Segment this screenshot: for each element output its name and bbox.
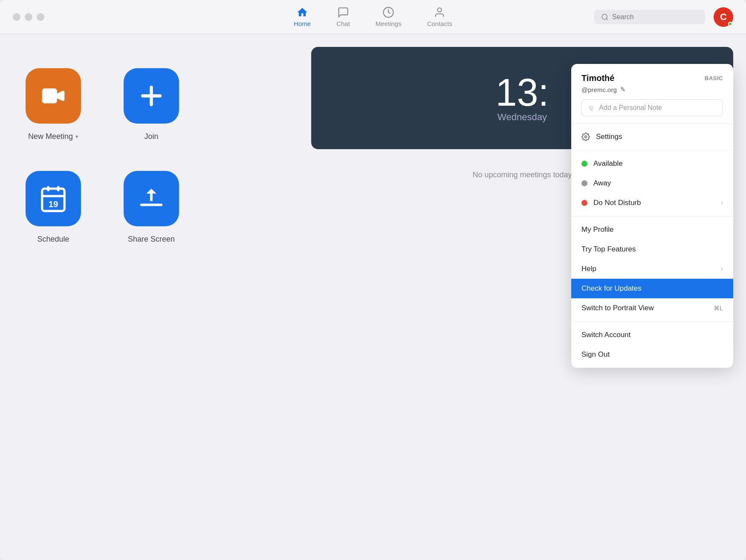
minimize-button[interactable] <box>25 13 32 21</box>
away-label: Away <box>593 179 611 188</box>
settings-section: Settings <box>571 124 733 150</box>
titlebar: Home Chat Meetings Contact <box>0 0 746 34</box>
try-top-features-item[interactable]: Try Top Features <box>571 240 733 259</box>
status-away[interactable]: Away <box>571 173 733 193</box>
meetings-icon <box>382 6 394 18</box>
available-dot <box>581 161 587 167</box>
search-input[interactable] <box>612 13 689 21</box>
maximize-button[interactable] <box>37 13 44 21</box>
dnd-dot <box>581 200 587 206</box>
chat-icon <box>337 6 349 18</box>
main-content: New Meeting ▾ Join <box>0 34 746 560</box>
nav-tabs: Home Chat Meetings Contact <box>294 6 452 27</box>
avatar-button[interactable]: C <box>714 7 733 27</box>
sign-out-label: Sign Out <box>581 350 610 359</box>
current-time: 13: <box>495 73 549 112</box>
join-item[interactable]: Join <box>124 68 179 141</box>
svg-line-3 <box>606 18 607 20</box>
tab-contacts[interactable]: Contacts <box>427 6 452 27</box>
main-window: Home Chat Meetings Contact <box>0 0 746 560</box>
status-available[interactable]: Available <box>571 154 733 173</box>
dropdown-header: Timothé BASIC @premc.org ✎ ☺ Add a Perso… <box>571 64 733 124</box>
share-screen-icon <box>136 184 166 214</box>
svg-point-1 <box>438 8 442 12</box>
svg-rect-9 <box>140 204 163 206</box>
close-button[interactable] <box>13 13 20 21</box>
schedule-icon-bg: 19 <box>26 171 81 226</box>
status-dnd[interactable]: Do Not Disturb › <box>571 193 733 213</box>
new-meeting-icon-bg <box>26 68 81 124</box>
dropdown-email: @premc.org <box>581 86 617 93</box>
tab-home[interactable]: Home <box>294 6 311 27</box>
contacts-icon <box>434 6 445 18</box>
help-label: Help <box>581 265 596 273</box>
main-menu-section: My Profile Try Top Features Help › Check… <box>571 216 733 322</box>
join-label: Join <box>144 132 158 141</box>
left-panel: New Meeting ▾ Join <box>0 34 298 560</box>
svg-point-2 <box>602 14 607 19</box>
settings-label: Settings <box>596 133 622 141</box>
try-top-features-label: Try Top Features <box>581 245 636 254</box>
svg-point-10 <box>585 136 587 138</box>
switch-portrait-item[interactable]: Switch to Portrait View ⌘L <box>571 298 733 318</box>
tab-home-label: Home <box>294 20 311 27</box>
available-label: Available <box>593 159 623 168</box>
new-meeting-chevron: ▾ <box>75 133 78 140</box>
my-profile-label: My Profile <box>581 225 614 234</box>
help-item[interactable]: Help › <box>571 259 733 279</box>
share-screen-label: Share Screen <box>128 235 175 244</box>
tab-meetings-label: Meetings <box>376 20 402 27</box>
bottom-section: Switch Account Sign Out <box>571 322 733 368</box>
tab-chat-label: Chat <box>336 20 350 27</box>
dropdown-badge: BASIC <box>705 75 723 81</box>
note-placeholder: Add a Personal Note <box>599 104 662 112</box>
tab-chat[interactable]: Chat <box>336 6 350 27</box>
add-personal-note[interactable]: ☺ Add a Personal Note <box>581 99 723 116</box>
dropdown-username: Timothé <box>581 73 614 83</box>
share-screen-item[interactable]: Share Screen <box>124 171 179 244</box>
video-camera-icon <box>38 81 68 111</box>
dropdown-user-row: Timothé BASIC <box>581 73 723 83</box>
calendar-icon: 19 <box>38 184 68 214</box>
home-icon <box>296 6 308 18</box>
avatar-letter: C <box>720 12 727 23</box>
check-for-updates-item[interactable]: Check for Updates <box>571 279 733 298</box>
search-icon <box>601 13 609 21</box>
tab-contacts-label: Contacts <box>427 20 452 27</box>
switch-account-label: Switch Account <box>581 331 630 339</box>
action-row-top: New Meeting ▾ Join <box>26 68 273 141</box>
schedule-item[interactable]: 19 Schedule <box>26 171 81 244</box>
switch-portrait-shortcut: ⌘L <box>714 305 723 312</box>
new-meeting-item[interactable]: New Meeting ▾ <box>26 68 81 141</box>
schedule-label: Schedule <box>37 235 69 244</box>
new-meeting-label: New Meeting ▾ <box>28 132 78 141</box>
status-section: Available Away Do Not Disturb › <box>571 150 733 216</box>
dropdown-email-row: @premc.org ✎ <box>581 86 723 93</box>
plus-icon <box>136 81 166 111</box>
online-status-dot <box>728 22 732 26</box>
dnd-label: Do Not Disturb <box>593 199 641 207</box>
switch-account-item[interactable]: Switch Account <box>571 325 733 345</box>
edit-email-icon[interactable]: ✎ <box>620 86 626 93</box>
gear-icon <box>581 133 590 141</box>
user-dropdown-menu: Timothé BASIC @premc.org ✎ ☺ Add a Perso… <box>571 64 733 368</box>
help-chevron: › <box>721 265 723 273</box>
my-profile-item[interactable]: My Profile <box>571 220 733 240</box>
current-day: Wednesday <box>497 112 547 123</box>
smiley-icon: ☺ <box>588 104 595 112</box>
join-icon-bg <box>124 68 179 124</box>
check-updates-label: Check for Updates <box>581 284 642 293</box>
tab-meetings[interactable]: Meetings <box>376 6 402 27</box>
action-row-bottom: 19 Schedule S <box>26 171 273 244</box>
away-dot <box>581 180 587 186</box>
settings-item[interactable]: Settings <box>571 127 733 147</box>
sign-out-item[interactable]: Sign Out <box>571 345 733 364</box>
search-bar[interactable] <box>594 10 705 24</box>
share-screen-icon-bg <box>124 171 179 226</box>
switch-portrait-label: Switch to Portrait View <box>581 304 654 312</box>
svg-text:19: 19 <box>49 199 58 209</box>
dnd-chevron: › <box>721 199 723 207</box>
window-controls <box>13 13 44 21</box>
